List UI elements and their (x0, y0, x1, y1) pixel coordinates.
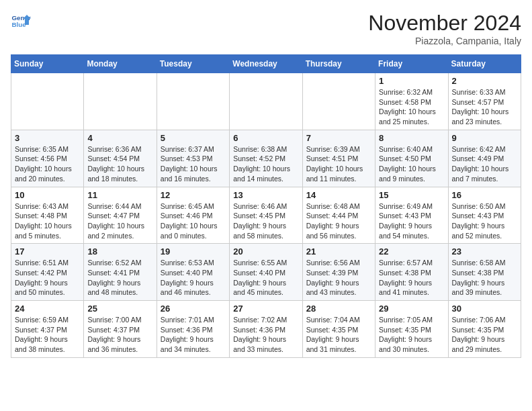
calendar-cell: 22Sunrise: 6:57 AM Sunset: 4:38 PM Dayli… (375, 244, 448, 301)
day-info: Sunrise: 6:32 AM Sunset: 4:58 PM Dayligh… (379, 87, 444, 127)
day-info: Sunrise: 7:01 AM Sunset: 4:36 PM Dayligh… (161, 315, 226, 355)
day-number: 27 (233, 304, 298, 314)
calendar-cell: 4Sunrise: 6:36 AM Sunset: 4:54 PM Daylig… (84, 130, 157, 187)
day-number: 17 (15, 246, 80, 257)
day-number: 18 (87, 246, 152, 257)
calendar-cell: 23Sunrise: 6:58 AM Sunset: 4:38 PM Dayli… (448, 244, 521, 301)
day-info: Sunrise: 6:45 AM Sunset: 4:46 PM Dayligh… (161, 201, 226, 241)
day-number: 12 (161, 190, 226, 200)
location-subtitle: Piazzola, Campania, Italy (368, 36, 521, 46)
day-number: 25 (87, 304, 152, 314)
calendar-cell: 2Sunrise: 6:33 AM Sunset: 4:57 PM Daylig… (448, 73, 521, 130)
calendar-cell: 30Sunrise: 7:06 AM Sunset: 4:35 PM Dayli… (448, 301, 521, 358)
day-info: Sunrise: 6:57 AM Sunset: 4:38 PM Dayligh… (379, 258, 444, 298)
calendar-cell: 20Sunrise: 6:55 AM Sunset: 4:40 PM Dayli… (230, 244, 302, 301)
day-number: 24 (15, 304, 80, 314)
day-info: Sunrise: 6:59 AM Sunset: 4:37 PM Dayligh… (15, 315, 80, 355)
calendar-cell (230, 73, 302, 130)
day-info: Sunrise: 6:48 AM Sunset: 4:44 PM Dayligh… (306, 201, 371, 241)
calendar-cell: 21Sunrise: 6:56 AM Sunset: 4:39 PM Dayli… (302, 244, 375, 301)
day-info: Sunrise: 6:39 AM Sunset: 4:51 PM Dayligh… (306, 144, 371, 184)
logo-icon: General Blue (11, 11, 31, 31)
calendar-cell: 10Sunrise: 6:43 AM Sunset: 4:48 PM Dayli… (11, 187, 84, 244)
calendar-cell (84, 73, 157, 130)
day-number: 16 (452, 190, 517, 200)
calendar-cell (302, 73, 375, 130)
day-number: 23 (452, 246, 517, 257)
day-info: Sunrise: 6:40 AM Sunset: 4:50 PM Dayligh… (379, 144, 444, 184)
weekday-header: Wednesday (230, 55, 302, 73)
page-header: General Blue November 2024 Piazzola, Cam… (11, 11, 521, 46)
day-info: Sunrise: 6:42 AM Sunset: 4:49 PM Dayligh… (452, 144, 517, 184)
calendar-cell: 19Sunrise: 6:53 AM Sunset: 4:40 PM Dayli… (157, 244, 229, 301)
calendar-cell: 3Sunrise: 6:35 AM Sunset: 4:56 PM Daylig… (11, 130, 84, 187)
day-number: 14 (306, 190, 371, 200)
calendar-week-row: 24Sunrise: 6:59 AM Sunset: 4:37 PM Dayli… (11, 301, 521, 358)
weekday-header: Thursday (302, 55, 375, 73)
calendar-cell: 26Sunrise: 7:01 AM Sunset: 4:36 PM Dayli… (157, 301, 229, 358)
day-info: Sunrise: 6:49 AM Sunset: 4:43 PM Dayligh… (379, 201, 444, 241)
calendar-cell: 6Sunrise: 6:38 AM Sunset: 4:52 PM Daylig… (230, 130, 302, 187)
calendar-cell: 11Sunrise: 6:44 AM Sunset: 4:47 PM Dayli… (84, 187, 157, 244)
calendar-cell: 29Sunrise: 7:05 AM Sunset: 4:35 PM Dayli… (375, 301, 448, 358)
day-number: 6 (233, 133, 298, 143)
day-number: 7 (306, 133, 371, 143)
day-number: 1 (379, 76, 444, 86)
calendar-cell (157, 73, 229, 130)
calendar-cell: 25Sunrise: 7:00 AM Sunset: 4:37 PM Dayli… (84, 301, 157, 358)
day-info: Sunrise: 7:06 AM Sunset: 4:35 PM Dayligh… (452, 315, 517, 355)
calendar-cell: 1Sunrise: 6:32 AM Sunset: 4:58 PM Daylig… (375, 73, 448, 130)
title-block: November 2024 Piazzola, Campania, Italy (368, 11, 521, 46)
day-number: 22 (379, 246, 444, 257)
calendar-week-row: 3Sunrise: 6:35 AM Sunset: 4:56 PM Daylig… (11, 130, 521, 187)
calendar-cell: 27Sunrise: 7:02 AM Sunset: 4:36 PM Dayli… (230, 301, 302, 358)
weekday-header: Monday (84, 55, 157, 73)
day-info: Sunrise: 6:51 AM Sunset: 4:42 PM Dayligh… (15, 258, 80, 298)
day-number: 20 (233, 246, 298, 257)
calendar-cell: 9Sunrise: 6:42 AM Sunset: 4:49 PM Daylig… (448, 130, 521, 187)
calendar-week-row: 1Sunrise: 6:32 AM Sunset: 4:58 PM Daylig… (11, 73, 521, 130)
day-info: Sunrise: 6:33 AM Sunset: 4:57 PM Dayligh… (452, 87, 517, 127)
day-number: 29 (379, 304, 444, 314)
weekday-header: Friday (375, 55, 448, 73)
calendar-cell (11, 73, 84, 130)
day-number: 9 (452, 133, 517, 143)
calendar-cell: 8Sunrise: 6:40 AM Sunset: 4:50 PM Daylig… (375, 130, 448, 187)
weekday-header: Sunday (11, 55, 84, 73)
day-info: Sunrise: 6:53 AM Sunset: 4:40 PM Dayligh… (161, 258, 226, 298)
day-info: Sunrise: 6:36 AM Sunset: 4:54 PM Dayligh… (87, 144, 152, 184)
calendar-cell: 5Sunrise: 6:37 AM Sunset: 4:53 PM Daylig… (157, 130, 229, 187)
day-info: Sunrise: 7:05 AM Sunset: 4:35 PM Dayligh… (379, 315, 444, 355)
day-number: 13 (233, 190, 298, 200)
day-info: Sunrise: 6:50 AM Sunset: 4:43 PM Dayligh… (452, 201, 517, 241)
month-title: November 2024 (368, 11, 521, 36)
day-number: 5 (161, 133, 226, 143)
day-info: Sunrise: 6:38 AM Sunset: 4:52 PM Dayligh… (233, 144, 298, 184)
day-info: Sunrise: 6:52 AM Sunset: 4:41 PM Dayligh… (87, 258, 152, 298)
day-number: 11 (87, 190, 152, 200)
day-number: 21 (306, 246, 371, 257)
calendar-cell: 16Sunrise: 6:50 AM Sunset: 4:43 PM Dayli… (448, 187, 521, 244)
logo: General Blue (11, 11, 31, 31)
calendar-table: SundayMondayTuesdayWednesdayThursdayFrid… (11, 54, 521, 358)
day-info: Sunrise: 7:04 AM Sunset: 4:35 PM Dayligh… (306, 315, 371, 355)
day-number: 30 (452, 304, 517, 314)
svg-text:Blue: Blue (12, 21, 27, 28)
calendar-cell: 12Sunrise: 6:45 AM Sunset: 4:46 PM Dayli… (157, 187, 229, 244)
weekday-header: Tuesday (157, 55, 229, 73)
day-number: 15 (379, 190, 444, 200)
calendar-cell: 13Sunrise: 6:46 AM Sunset: 4:45 PM Dayli… (230, 187, 302, 244)
calendar-cell: 17Sunrise: 6:51 AM Sunset: 4:42 PM Dayli… (11, 244, 84, 301)
day-number: 4 (87, 133, 152, 143)
day-info: Sunrise: 6:55 AM Sunset: 4:40 PM Dayligh… (233, 258, 298, 298)
weekday-header: Saturday (448, 55, 521, 73)
day-info: Sunrise: 6:37 AM Sunset: 4:53 PM Dayligh… (161, 144, 226, 184)
day-info: Sunrise: 6:58 AM Sunset: 4:38 PM Dayligh… (452, 258, 517, 298)
day-number: 28 (306, 304, 371, 314)
day-info: Sunrise: 6:43 AM Sunset: 4:48 PM Dayligh… (15, 201, 80, 241)
day-number: 2 (452, 76, 517, 86)
calendar-cell: 7Sunrise: 6:39 AM Sunset: 4:51 PM Daylig… (302, 130, 375, 187)
calendar-cell: 15Sunrise: 6:49 AM Sunset: 4:43 PM Dayli… (375, 187, 448, 244)
day-info: Sunrise: 6:35 AM Sunset: 4:56 PM Dayligh… (15, 144, 80, 184)
calendar-week-row: 17Sunrise: 6:51 AM Sunset: 4:42 PM Dayli… (11, 244, 521, 301)
